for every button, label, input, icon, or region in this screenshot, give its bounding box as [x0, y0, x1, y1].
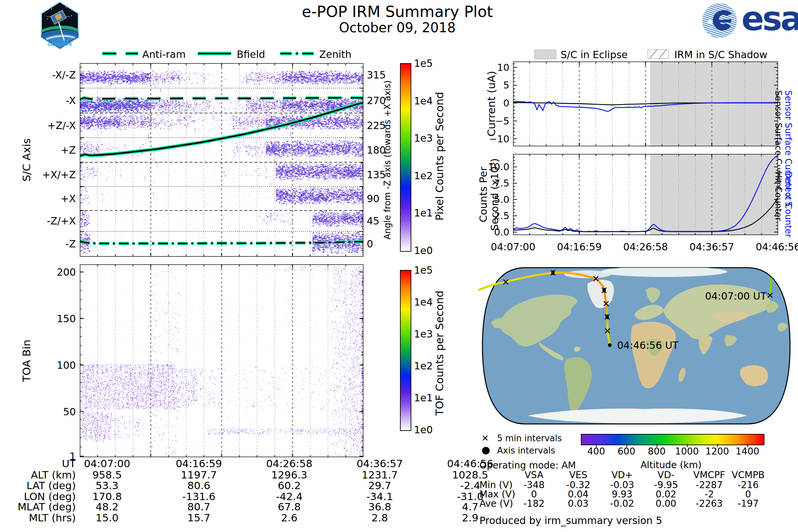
eph-cell: 2.9	[462, 512, 478, 524]
eph-row-label: LAT (deg)	[26, 479, 76, 491]
eph-cell: 958.5	[92, 469, 122, 481]
current-ytick-label: 10	[497, 62, 509, 73]
axis-intervals-label: Axis intervals	[497, 445, 555, 456]
toa-ylabel: TOA Bin	[20, 340, 33, 382]
eph-cell: 04:16:59	[175, 457, 222, 470]
cb1-tick-label: 1e2	[414, 170, 433, 181]
counts-ytick-label: 10.0	[488, 161, 509, 173]
volt-col-header: VES	[569, 470, 588, 480]
volt-cell: -0.02	[610, 498, 634, 509]
eph-cell: 1197.7	[181, 469, 217, 481]
detect-counter-label: Detect Counter	[783, 172, 793, 238]
counts-ytick-label: 5.0	[494, 194, 509, 205]
cb1-tick-label: 1e0	[414, 245, 433, 256]
time-tick-label: 04:36:57	[689, 241, 734, 253]
eph-cell: 67.8	[278, 501, 301, 513]
eph-cell: 48.2	[95, 501, 118, 513]
eph-cell: 36.8	[368, 501, 391, 513]
sc-axis-band-label: +X/+Z	[42, 169, 76, 180]
esa-globe-icon	[702, 3, 739, 39]
counts-plot	[513, 154, 778, 235]
altitude-tick-label: 600	[618, 446, 635, 457]
sc-axis-plot	[80, 63, 363, 257]
altitude-tick-label: 1400	[736, 446, 759, 457]
altitude-tick-mark	[626, 444, 627, 447]
map-start-time-label: 04:07:00 UT	[705, 290, 766, 302]
eclipse-legend-label: S/C in Eclipse	[560, 49, 628, 60]
angle-tick-label: 225	[367, 120, 386, 131]
volt-col-header: VSA	[525, 470, 544, 480]
eph-cell: 60.2	[278, 479, 301, 491]
sc-axis-band-label: -X	[66, 95, 76, 107]
sc-axis-band-label: -Z/+X	[47, 215, 76, 227]
current-ytick-label: 5	[504, 79, 509, 91]
altitude-tick-mark	[657, 444, 657, 447]
volt-col-header: VMCPF	[693, 470, 725, 480]
eclipse-legend-swatch	[534, 50, 556, 59]
counts-ytick-label: 0.0	[494, 226, 509, 238]
toa-tick-label: 100	[57, 359, 76, 371]
sc-axis-band-label: -X/-Z	[52, 69, 76, 81]
legend-bfield: Bfield	[237, 49, 265, 60]
eph-cell: 1231.7	[362, 469, 398, 481]
eph-cell: 29.7	[368, 479, 391, 491]
sc-axis-band-label: +Z	[60, 144, 76, 156]
volt-col-header: VD+	[611, 470, 633, 480]
angle-tick-label: 90	[367, 193, 379, 205]
counts-plot-svg	[513, 154, 778, 235]
esa-wordmark: esa	[741, 0, 798, 38]
tof-counts-colorbar-title: TOF Counts per Second	[433, 291, 446, 416]
eph-cell: 04:26:58	[266, 457, 312, 470]
eph-cell: 1296.3	[271, 469, 307, 481]
volt-cell: -2263	[696, 498, 723, 509]
altitude-tick-mark	[747, 444, 748, 447]
eph-cell: 80.6	[187, 479, 210, 491]
eph-row-label: MLAT (deg)	[18, 501, 76, 513]
current-ytick-label: −5	[495, 115, 509, 127]
altitude-tick-mark	[687, 444, 688, 447]
counts-ytick-label: 2.5	[494, 210, 509, 222]
cb1-tick-label: 1e3	[414, 132, 433, 144]
sc-axis-overlay	[80, 63, 363, 257]
hit-counter-label: Hit Counter	[773, 172, 783, 238]
eph-cell: 15.0	[95, 512, 118, 524]
eph-cell: 53.3	[95, 479, 118, 491]
dot-marker-glyph: ●	[481, 444, 490, 456]
eph-cell: 2.6	[281, 512, 297, 524]
eph-row-label: MLT (hrs)	[29, 512, 76, 524]
volt-col-header: VD-	[658, 470, 674, 480]
page-title: e-POP IRM Summary Plot	[302, 3, 493, 21]
angle-tick-label: 270	[367, 95, 386, 107]
cassiope-patch-logo: CASSIOPE	[38, 1, 81, 50]
angle-tick-label: 180	[367, 144, 386, 156]
cb2-tick-label: 1e0	[414, 424, 433, 436]
volt-cell: 0.03	[568, 498, 589, 509]
svg-text:CASSIOPE: CASSIOPE	[48, 42, 73, 47]
altitude-tick-label: 1200	[705, 446, 729, 457]
sc-axis-ylabel: S/C Axis	[20, 138, 33, 182]
counts-right-labels: Detect Counter Hit Counter	[773, 172, 793, 238]
toa-tick-label: 150	[57, 313, 76, 324]
cb1-tick-label: 1e1	[414, 207, 433, 219]
altitude-tick-mark	[717, 444, 718, 447]
sc-axis-band-label: +X	[60, 193, 76, 205]
angle-tick-label: 0	[367, 238, 373, 250]
current-ytick-label: 0	[504, 97, 509, 109]
eph-cell: 04:36:57	[357, 457, 403, 470]
toa-overlay	[80, 264, 363, 457]
cb2-tick-label: 1e2	[414, 360, 433, 372]
pixel-counts-colorbar-title: Pixel Counts per Second	[433, 92, 446, 221]
legend-anti-ram: Anti-ram	[142, 49, 186, 60]
shadow-legend-swatch	[648, 50, 669, 58]
shadow-legend-label: IRM in S/C Shadow	[674, 49, 767, 60]
altitude-tick-label: 400	[587, 446, 605, 457]
toa-tick-label: 50	[63, 406, 76, 418]
x-marker-glyph: ✕	[481, 433, 489, 443]
footer-version: Produced by irm_summary version 5	[479, 515, 662, 526]
eph-cell: 2.8	[372, 512, 388, 524]
cb1-tick-label: 1e4	[414, 95, 433, 107]
altitude-tick-label: 800	[648, 446, 665, 457]
current-ylabel: Current (uA)	[485, 71, 498, 137]
irm-summary-page: CASSIOPE e-POP IRM Summary Plot October …	[0, 0, 798, 532]
current-plot-svg	[513, 61, 778, 146]
